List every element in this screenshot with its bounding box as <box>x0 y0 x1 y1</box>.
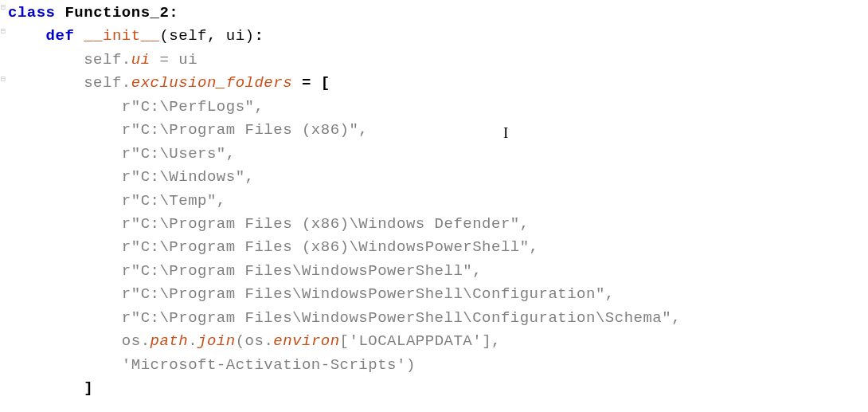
string-literal: r"C:\Users", <box>122 145 236 163</box>
code-line: r"C:\Program Files\WindowsPowerShell\Con… <box>8 283 868 306</box>
string-literal: r"C:\Program Files (x86)", <box>122 121 368 139</box>
code-line: r"C:\Program Files\WindowsPowerShell\Con… <box>8 307 868 330</box>
bracket-open: [ <box>321 74 330 92</box>
code-line: r"C:\Temp", <box>8 190 868 213</box>
dunder: __ <box>84 27 103 45</box>
attr: path <box>151 332 189 350</box>
code-line: r"C:\Users", <box>8 143 868 166</box>
code-line: r"C:\Program Files (x86)\WindowsPowerShe… <box>8 236 868 259</box>
bracket: [ <box>340 332 350 350</box>
attr: join <box>197 332 236 350</box>
string-literal: 'LOCALAPPDATA' <box>350 332 483 350</box>
string-literal: r"C:\Program Files (x86)\WindowsPowerShe… <box>122 238 539 256</box>
code-line: r"C:\Program Files\WindowsPowerShell", <box>8 260 868 283</box>
code-line: ] <box>8 377 868 400</box>
code-line: 'Microsoft-Activation-Scripts') <box>8 354 868 377</box>
string-literal: r"C:\PerfLogs", <box>122 98 264 116</box>
string-literal: r"C:\Program Files\WindowsPowerShell\Con… <box>122 285 615 303</box>
attr: exclusion_folders <box>131 74 292 92</box>
dot: . <box>188 332 197 350</box>
method-name: init <box>103 27 141 45</box>
open-paren: (os. <box>236 332 274 350</box>
code-line: r"C:\Windows", <box>8 166 868 189</box>
bracket-close: ] <box>84 379 93 397</box>
string-literal: r"C:\Temp", <box>122 192 226 210</box>
string-literal: r"C:\Program Files\WindowsPowerShell\Con… <box>122 309 681 327</box>
string-literal: r"C:\Program Files\WindowsPowerShell", <box>122 262 482 280</box>
self-ref: self. <box>84 74 131 92</box>
code-line: self.exclusion_folders = [ <box>8 72 868 95</box>
code-line: r"C:\Program Files (x86)", <box>8 119 868 142</box>
fold-icon[interactable]: ⊟ <box>0 77 6 83</box>
string-literal: r"C:\Windows", <box>122 168 255 186</box>
dunder: __ <box>141 27 160 45</box>
attr: ui <box>131 51 151 69</box>
code-line: r"C:\Program Files (x86)\Windows Defende… <box>8 213 868 236</box>
string-literal: 'Microsoft-Activation-Scripts') <box>122 356 416 374</box>
code-line: def __init__(self, ui): <box>8 25 868 48</box>
equals: = <box>292 74 321 92</box>
module-ref: os. <box>122 332 151 350</box>
code-line: class Functions_2: <box>8 2 868 25</box>
code-line: os.path.join(os.environ['LOCALAPPDATA'], <box>8 330 868 353</box>
string-literal: r"C:\Program Files (x86)\Windows Defende… <box>122 215 530 233</box>
code-line: self.ui = ui <box>8 49 868 72</box>
attr: environ <box>273 332 339 350</box>
code-content: class Functions_2: def __init__(self, ui… <box>8 2 868 400</box>
fold-icon[interactable]: ⊟ <box>0 29 6 35</box>
text-cursor-icon: I <box>503 121 509 144</box>
comma: , <box>491 332 501 350</box>
class-name: Functions_2 <box>65 4 169 22</box>
fold-icon[interactable]: ⊟ <box>0 5 6 11</box>
keyword-def: def <box>46 27 75 45</box>
gutter: ⊟ ⊟ ⊟ <box>0 2 8 400</box>
code-editor[interactable]: ⊟ ⊟ ⊟ class Functions_2: def __init__(se… <box>0 2 868 400</box>
code-line: r"C:\PerfLogs", <box>8 96 868 119</box>
assign-rhs: = ui <box>151 51 198 69</box>
method-args: (self, ui) <box>159 27 254 45</box>
keyword-class: class <box>8 4 56 22</box>
bracket: ] <box>482 332 491 350</box>
self-ref: self. <box>84 51 131 69</box>
